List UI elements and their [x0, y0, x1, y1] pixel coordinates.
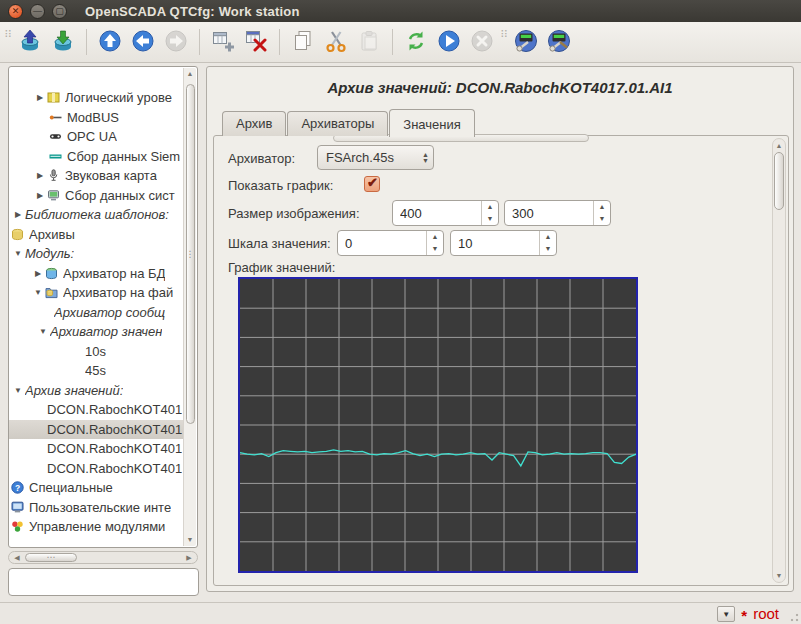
tree-item[interactable]: ▶Библиотека шаблонов: [9, 205, 185, 225]
add-item-button[interactable] [208, 27, 238, 58]
expander-open-icon[interactable]: ▼ [36, 327, 50, 336]
tree-search-input[interactable] [8, 568, 199, 596]
tree-item[interactable]: Архиватор сообщ [9, 303, 185, 323]
tab-архиваторы[interactable]: Архиваторы [287, 111, 388, 136]
tree-item[interactable]: ▶Архиватор на БД [9, 264, 185, 284]
tree-item[interactable]: DCON.RabochKOT401 [9, 459, 185, 479]
graph-canvas [240, 279, 636, 571]
pane-scrollbar-thumb[interactable] [774, 152, 784, 210]
window-resize-grip[interactable] [786, 609, 799, 622]
tree-item[interactable]: DCON.RabochKOT401 [9, 400, 185, 420]
modbus-icon [49, 111, 64, 124]
tree-horizontal-scrollbar[interactable]: ◀ ▶ [8, 551, 198, 564]
archives-icon [11, 228, 26, 241]
expander-closed-icon[interactable]: ▶ [33, 191, 47, 200]
status-dropdown-button[interactable]: ▼ [717, 606, 735, 622]
delete-item-icon [244, 29, 268, 56]
tree-item-label: OPC UA [67, 129, 117, 144]
scale-from-input[interactable] [338, 231, 426, 255]
toolbar-handle[interactable]: ⁞⁞ [500, 30, 508, 54]
tree-item[interactable]: ▶Звуковая карта [9, 166, 185, 186]
expander-closed-icon[interactable]: ▶ [33, 171, 47, 180]
tree-item[interactable]: ▶Логический урове [9, 88, 185, 108]
expander-open-icon[interactable]: ▼ [11, 386, 25, 395]
ui-icon [11, 501, 26, 514]
copy-item-icon [291, 29, 315, 56]
tree-item[interactable]: Архивы [9, 225, 185, 245]
tree-item[interactable]: Пользовательские инте [9, 498, 185, 518]
maximize-button[interactable]: ▢ [52, 4, 67, 19]
tab-значения[interactable]: Значения [389, 109, 474, 137]
spinner-arrows-icon[interactable]: ▲▼ [422, 152, 429, 164]
window-controls: ✕—▢ [8, 4, 67, 19]
scroll-down-arrow-icon[interactable]: ▼ [184, 534, 196, 546]
delete-item-button[interactable] [241, 27, 271, 58]
spinner-arrows-icon[interactable]: ▲▼ [593, 201, 610, 225]
tab-архив[interactable]: Архив [222, 111, 286, 136]
tree-item[interactable]: Управление модулями [9, 517, 185, 537]
tree-item-label: DCON.RabochKOT401 [47, 441, 182, 456]
tree-item[interactable]: 45s [9, 361, 185, 381]
minimize-button[interactable]: — [30, 4, 45, 19]
tree-item[interactable]: DCON.RabochKOT401 [9, 439, 185, 459]
load-from-db-icon [18, 29, 42, 56]
tree-item[interactable]: DCON.RabochKOT401 [9, 420, 185, 440]
image-width-spinbox: ▲▼ [392, 200, 499, 226]
cut-item-button[interactable] [321, 27, 351, 58]
calculator-tools-alt-button[interactable] [544, 27, 574, 58]
tree-hscrollbar-thumb[interactable] [25, 553, 77, 562]
tree-item[interactable]: Сбор данных Siem [9, 147, 185, 167]
db-archiver-icon [45, 267, 60, 280]
tree-vertical-scrollbar[interactable]: ▲ ▼ [183, 68, 196, 546]
tree-item[interactable]: ▼Модуль: [9, 244, 185, 264]
pane-vertical-scrollbar[interactable]: ▲ ▼ [772, 138, 786, 583]
spinner-arrows-icon[interactable]: ▲▼ [539, 231, 556, 255]
go-back-button[interactable] [128, 27, 158, 58]
show-graph-checkbox[interactable] [364, 176, 380, 192]
tree-item[interactable]: ModBUS [9, 108, 185, 128]
tree-item-label: DCON.RabochKOT401 [47, 422, 182, 437]
calculator-tools-button[interactable] [511, 27, 541, 58]
expander-closed-icon[interactable]: ▶ [11, 210, 25, 219]
tree-item[interactable]: OPC UA [9, 127, 185, 147]
tree-item[interactable]: ▼Архив значений: [9, 381, 185, 401]
close-button[interactable]: ✕ [8, 4, 23, 19]
logic-level-icon [47, 91, 62, 104]
refresh-button[interactable] [401, 27, 431, 58]
tree-item[interactable]: 10s [9, 342, 185, 362]
expander-closed-icon[interactable]: ▶ [31, 269, 45, 278]
stop-button [467, 27, 497, 58]
scroll-left-arrow-icon[interactable]: ◀ [11, 552, 23, 563]
tree-item-label: Звуковая карта [65, 168, 157, 183]
scroll-up-arrow-icon[interactable]: ▲ [184, 68, 196, 80]
tree-item[interactable]: ▼Архиватор значен [9, 322, 185, 342]
image-height-input[interactable] [505, 201, 593, 225]
scroll-right-arrow-icon[interactable]: ▶ [183, 552, 195, 563]
start-update-button[interactable] [434, 27, 464, 58]
spinner-arrows-icon[interactable]: ▲▼ [481, 201, 498, 225]
tree-item-label: Управление модулями [29, 519, 165, 534]
copy-item-button[interactable] [288, 27, 318, 58]
tree-item[interactable]: ?Специальные [9, 478, 185, 498]
tree-item-label: Библиотека шаблонов: [25, 207, 169, 222]
tree-item-label: Логический урове [65, 90, 172, 105]
expander-open-icon[interactable]: ▼ [31, 288, 45, 297]
image-size-label: Размер изображения: [228, 206, 360, 221]
expander-closed-icon[interactable]: ▶ [33, 93, 47, 102]
go-up-button[interactable] [95, 27, 125, 58]
special-icon: ? [11, 481, 26, 494]
spinner-arrows-icon[interactable]: ▲▼ [426, 231, 443, 255]
tree-item[interactable]: ▶Сбор данных сист [9, 186, 185, 206]
save-to-db-button[interactable] [48, 27, 78, 58]
load-from-db-button[interactable] [15, 27, 45, 58]
tree-scrollbar-thumb[interactable] [186, 84, 195, 424]
scroll-up-arrow-icon[interactable]: ▲ [773, 140, 785, 151]
tree-item[interactable]: ▼Архиватор на фай [9, 283, 185, 303]
window-titlebar[interactable]: ✕—▢ OpenSCADA QTCfg: Work station [0, 0, 801, 22]
toolbar-handle[interactable]: ⁞⁞ [4, 30, 12, 54]
scroll-down-arrow-icon[interactable]: ▼ [773, 570, 785, 581]
archiver-select[interactable]: FSArch.45s ▲▼ [317, 145, 434, 170]
image-width-input[interactable] [393, 201, 481, 225]
expander-open-icon[interactable]: ▼ [11, 249, 25, 258]
scale-to-input[interactable] [451, 231, 539, 255]
